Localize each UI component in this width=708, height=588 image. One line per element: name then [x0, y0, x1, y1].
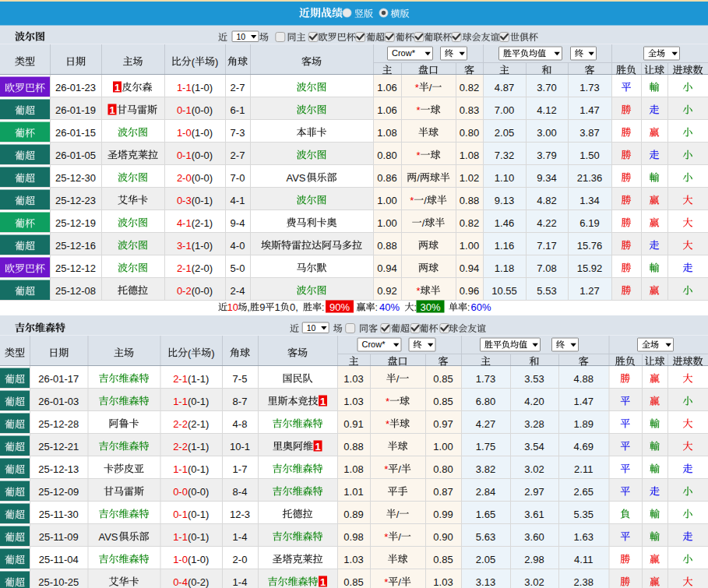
- svg-text:(1-1): (1-1): [188, 373, 209, 385]
- svg-text:1: 1: [320, 396, 326, 407]
- svg-text:1.50: 1.50: [579, 150, 599, 161]
- svg-text:25-12-21: 25-12-21: [38, 441, 79, 452]
- svg-text:1.00: 1.00: [433, 441, 453, 452]
- svg-text:0-1: 0-1: [173, 509, 188, 520]
- svg-text:1-1: 1-1: [173, 463, 188, 475]
- svg-text:1.34: 1.34: [579, 195, 599, 206]
- svg-text:0.98: 0.98: [343, 531, 363, 543]
- svg-text:1.63: 1.63: [574, 531, 594, 543]
- svg-text:0.91: 0.91: [343, 418, 363, 430]
- svg-text:(2-1): (2-1): [192, 217, 213, 229]
- svg-text:1.73: 1.73: [579, 82, 599, 93]
- svg-text:10: 10: [307, 323, 316, 333]
- svg-text:3.70: 3.70: [537, 82, 556, 93]
- svg-text:1.47: 1.47: [574, 396, 594, 407]
- svg-text:1.00: 1.00: [377, 217, 396, 229]
- svg-text:1.00: 1.00: [460, 240, 479, 252]
- svg-text:1-7: 1-7: [233, 463, 248, 475]
- svg-text:1-1: 1-1: [177, 82, 192, 93]
- svg-text:4.12: 4.12: [537, 104, 556, 116]
- svg-text:0-1: 0-1: [177, 104, 192, 116]
- svg-text:25-12-30: 25-12-30: [55, 172, 96, 184]
- svg-text:7.32: 7.32: [495, 150, 514, 161]
- svg-text:3.13: 3.13: [476, 576, 495, 588]
- svg-text:2.38: 2.38: [574, 576, 594, 588]
- svg-text:2-0: 2-0: [177, 172, 192, 184]
- svg-text:2-7: 2-7: [231, 82, 245, 93]
- svg-text:26-01-03: 26-01-03: [38, 396, 79, 407]
- svg-text:9: 9: [259, 301, 265, 313]
- svg-text:6-1: 6-1: [231, 104, 245, 116]
- svg-text:1: 1: [315, 441, 320, 452]
- svg-text:1: 1: [275, 301, 280, 313]
- svg-text:0-3: 0-3: [177, 195, 192, 206]
- svg-text:3.87: 3.87: [579, 127, 599, 139]
- svg-text:5-0: 5-0: [231, 262, 245, 274]
- svg-text:*: *: [415, 82, 419, 93]
- svg-text:/: /: [398, 576, 401, 588]
- svg-text:(1-0): (1-0): [192, 127, 213, 139]
- svg-text:2-1: 2-1: [173, 373, 188, 385]
- svg-text:25-10-25: 25-10-25: [38, 576, 79, 588]
- svg-text:90%: 90%: [329, 301, 350, 313]
- svg-text:Crow*: Crow*: [362, 340, 386, 349]
- svg-text:,: ,: [247, 301, 250, 313]
- svg-text:3.02: 3.02: [524, 576, 544, 588]
- svg-text:1.06: 1.06: [377, 104, 396, 116]
- svg-text:25-12-19: 25-12-19: [55, 217, 96, 229]
- svg-text:5.53: 5.53: [537, 285, 556, 297]
- svg-text:26-01-15: 26-01-15: [55, 127, 96, 139]
- svg-text:1: 1: [320, 576, 326, 588]
- svg-text:(0-1): (0-1): [188, 396, 209, 407]
- svg-text:9.13: 9.13: [495, 195, 514, 206]
- svg-text:1.08: 1.08: [343, 463, 363, 475]
- svg-text:*: *: [384, 463, 388, 475]
- svg-text:2.11: 2.11: [574, 463, 593, 475]
- svg-text:4.88: 4.88: [574, 373, 594, 385]
- svg-text:12-3: 12-3: [230, 509, 250, 520]
- svg-text:0.99: 0.99: [433, 509, 453, 520]
- svg-text:AVS: AVS: [98, 531, 118, 543]
- svg-text:2-4: 2-4: [231, 285, 245, 297]
- svg-text:5.63: 5.63: [476, 531, 495, 543]
- svg-text:Crow*: Crow*: [392, 48, 416, 58]
- svg-text:*: *: [416, 150, 420, 161]
- svg-text:3.02: 3.02: [524, 463, 544, 475]
- svg-text:2.05: 2.05: [495, 127, 514, 139]
- svg-text:7-0: 7-0: [231, 172, 245, 184]
- svg-text:1.75: 1.75: [476, 441, 495, 452]
- svg-text:0.86: 0.86: [377, 172, 396, 184]
- svg-text:25-12-13: 25-12-13: [38, 463, 79, 475]
- svg-text::: :: [322, 302, 324, 313]
- svg-text:2-0: 2-0: [233, 554, 248, 565]
- svg-text:0,: 0,: [290, 301, 298, 313]
- svg-text:1.03: 1.03: [343, 396, 363, 407]
- svg-text:0.97: 0.97: [433, 418, 453, 430]
- svg-text:10: 10: [227, 301, 238, 313]
- svg-text:0.85: 0.85: [433, 396, 453, 407]
- svg-text:3.28: 3.28: [524, 418, 544, 430]
- svg-text:(0-2): (0-2): [188, 576, 209, 588]
- svg-text:1.00: 1.00: [377, 195, 396, 206]
- svg-text:4.27: 4.27: [476, 418, 495, 430]
- svg-text:/: /: [417, 172, 420, 184]
- svg-text:(2-0): (2-0): [192, 262, 213, 274]
- svg-text:1: 1: [114, 82, 120, 93]
- svg-text:0.85: 0.85: [433, 554, 453, 565]
- svg-text::: :: [467, 302, 470, 313]
- svg-text:3.54: 3.54: [524, 441, 544, 452]
- svg-text:6.19: 6.19: [579, 217, 599, 229]
- svg-text:1: 1: [109, 104, 114, 116]
- svg-text:3.61: 3.61: [524, 509, 544, 520]
- svg-text:10-1: 10-1: [230, 441, 250, 452]
- svg-text:(0-0): (0-0): [192, 104, 213, 116]
- svg-text:0.80: 0.80: [460, 127, 479, 139]
- svg-text:1.65: 1.65: [476, 509, 495, 520]
- svg-text:(2-1): (2-1): [188, 418, 209, 430]
- svg-text:9-4: 9-4: [231, 217, 245, 229]
- svg-text:4-1: 4-1: [231, 195, 245, 206]
- svg-text:/: /: [396, 373, 400, 385]
- svg-text:0.80: 0.80: [433, 463, 453, 475]
- svg-text:(0-1): (0-1): [188, 463, 209, 475]
- svg-text:1.16: 1.16: [495, 240, 514, 252]
